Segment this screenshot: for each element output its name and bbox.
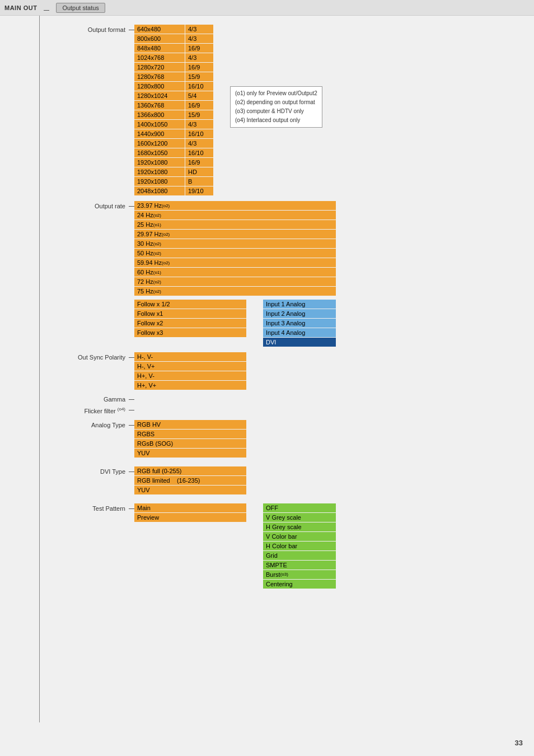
follow-x2[interactable]: Follow x2 <box>134 319 246 328</box>
analog-rgsb[interactable]: RGsB (SOG) <box>134 439 246 448</box>
rate-5994[interactable]: 59.94 Hz (o2) <box>134 258 336 267</box>
follow-x3[interactable]: Follow x3 <box>134 328 246 337</box>
follow-x1[interactable]: Follow x1 <box>134 309 246 318</box>
res-1440x900[interactable]: 1440x900 16/10 <box>134 129 213 138</box>
res-1280x720[interactable]: 1280x720 16/9 <box>134 63 213 72</box>
rate-2397[interactable]: 23.97 Hz (o2) <box>134 201 336 210</box>
output-format-options: 640x480 4/3 800x600 4/3 848x480 16/9 102… <box>134 25 213 195</box>
test-h-color-bar[interactable]: H Color bar <box>263 542 336 550</box>
res-1920x1080-b[interactable]: 1920x1080 B <box>134 177 213 186</box>
res-1600x1200[interactable]: 1600x1200 4/3 <box>134 139 213 148</box>
rate-72[interactable]: 72 Hz (o2) <box>134 277 336 286</box>
output-rate-label: Output rate <box>67 201 129 209</box>
sync-h-v-minus[interactable]: H-, V- <box>134 352 246 361</box>
dvi-rgb-limited[interactable]: RGB limited (16-235) <box>134 476 246 485</box>
dvi-yuv[interactable]: YUV <box>134 486 246 494</box>
res-1366x800[interactable]: 1366x800 15/9 <box>134 110 213 119</box>
test-preview[interactable]: Preview <box>134 513 246 522</box>
res-1280x768[interactable]: 1280x768 15/9 <box>134 72 213 81</box>
test-smpte[interactable]: SMPTE <box>263 561 336 570</box>
dvi-type-label: DVI Type <box>67 466 129 475</box>
dvi-type-options: RGB full (0-255) RGB limited (16-235) YU… <box>134 466 246 494</box>
input-3-analog[interactable]: Input 3 Analog <box>263 319 336 328</box>
res-1280x800[interactable]: 1280x800 16/10 <box>134 82 213 91</box>
note-2: (o2) depending on output format <box>235 98 317 107</box>
flicker-filter-section: Flicker filter (o4) <box>67 405 523 414</box>
test-pattern-section: Test Pattern Main Preview OFF V Grey sca… <box>67 503 523 589</box>
output-format-section: Output format 640x480 4/3 800x600 4/3 84… <box>67 25 523 195</box>
analog-yuv[interactable]: YUV <box>134 449 246 458</box>
input-1-analog[interactable]: Input 1 Analog <box>263 300 336 309</box>
gamma-connector <box>129 399 134 400</box>
sync-h-plus-v-plus[interactable]: H+, V+ <box>134 381 246 390</box>
output-rate-section: Output rate 23.97 Hz (o2) 24 Hz (o2) 25 … <box>67 201 523 347</box>
res-640x480[interactable]: 640x480 4/3 <box>134 25 213 34</box>
test-burst[interactable]: Burst (o3) <box>263 570 336 579</box>
test-main[interactable]: Main <box>134 503 246 512</box>
output-format-label: Output format <box>67 25 129 33</box>
test-v-color-bar[interactable]: V Color bar <box>263 532 336 541</box>
res-848x480[interactable]: 848x480 16/9 <box>134 44 213 53</box>
input-dvi[interactable]: DVI <box>263 338 336 347</box>
analog-type-label: Analog Type <box>67 420 129 428</box>
follow-with-inputs: Follow x 1/2 Follow x1 Follow x2 Follow … <box>134 300 336 347</box>
rate-75[interactable]: 75 Hz (o2) <box>134 287 336 296</box>
rate-50[interactable]: 50 Hz (o2) <box>134 249 336 258</box>
output-format-notes: (o1) only for Preview out/Output2 (o2) d… <box>230 86 322 128</box>
dvi-type-section: DVI Type RGB full (0-255) RGB limited (1… <box>67 466 523 494</box>
analog-input-options: Input 1 Analog Input 2 Analog Input 3 An… <box>263 300 336 347</box>
res-1360x768[interactable]: 1360x768 16/9 <box>134 101 213 110</box>
test-pattern-sub-options: OFF V Grey scale H Grey scale V Color ba… <box>263 503 336 589</box>
res-1400x1050[interactable]: 1400x1050 4/3 <box>134 120 213 129</box>
res-2048x1080[interactable]: 2048x1080 19/10 <box>134 186 213 195</box>
dvi-type-connector <box>129 472 134 472</box>
note-1: (o1) only for Preview out/Output2 <box>235 89 317 98</box>
test-v-grey-scale[interactable]: V Grey scale <box>263 513 336 522</box>
rate-24[interactable]: 24 Hz (o2) <box>134 211 336 220</box>
analog-rgbs[interactable]: RGBS <box>134 430 246 438</box>
res-1920x1080-169[interactable]: 1920x1080 16/9 <box>134 158 213 167</box>
rate-30[interactable]: 30 Hz (o2) <box>134 239 336 248</box>
flicker-connector <box>129 410 134 410</box>
test-pattern-label: Test Pattern <box>67 503 129 512</box>
analog-rgb-hv[interactable]: RGB HV <box>134 420 246 429</box>
out-sync-options: H-, V- H-, V+ H+, V- H+, V+ <box>134 352 246 390</box>
output-status-tab[interactable]: Output status <box>56 3 105 13</box>
input-2-analog[interactable]: Input 2 Analog <box>263 309 336 318</box>
follow-half[interactable]: Follow x 1/2 <box>134 300 246 309</box>
output-rate-connector <box>129 206 134 207</box>
test-pattern-connector <box>129 508 134 509</box>
top-connector <box>44 10 49 11</box>
page: MAIN OUT Output status Output format 640… <box>0 0 534 756</box>
test-h-grey-scale[interactable]: H Grey scale <box>263 522 336 531</box>
out-sync-polarity-label: Out Sync Polarity <box>67 352 129 361</box>
out-sync-polarity-section: Out Sync Polarity H-, V- H-, V+ H+, V- H… <box>67 352 523 390</box>
test-off[interactable]: OFF <box>263 503 336 512</box>
sync-h-minus-v-plus[interactable]: H-, V+ <box>134 362 246 371</box>
main-title: MAIN OUT <box>4 4 37 11</box>
page-number: 33 <box>515 739 523 747</box>
rate-2997[interactable]: 29.97 Hz (o2) <box>134 230 336 239</box>
input-4-analog[interactable]: Input 4 Analog <box>263 328 336 337</box>
output-format-connector <box>129 30 134 30</box>
res-1280x1024[interactable]: 1280x1024 5/4 <box>134 91 213 100</box>
res-1680x1050[interactable]: 1680x1050 16/10 <box>134 148 213 157</box>
gamma-section: Gamma <box>67 394 523 403</box>
out-sync-connector <box>129 357 134 358</box>
res-1024x768[interactable]: 1024x768 4/3 <box>134 53 213 62</box>
test-grid[interactable]: Grid <box>263 551 336 560</box>
main-content: Output format 640x480 4/3 800x600 4/3 84… <box>0 16 534 605</box>
analog-type-connector <box>129 425 134 426</box>
top-bar: MAIN OUT Output status <box>0 0 534 16</box>
rate-60[interactable]: 60 Hz (o1) <box>134 268 336 277</box>
res-1920x1080-hd[interactable]: 1920x1080 HD <box>134 167 213 176</box>
analog-type-options: RGB HV RGBS RGsB (SOG) YUV <box>134 420 246 458</box>
output-rate-options: 23.97 Hz (o2) 24 Hz (o2) 25 Hz (o1) 29.9… <box>134 201 336 347</box>
test-centering[interactable]: Centering <box>263 580 336 589</box>
flicker-filter-label: Flicker filter (o4) <box>67 405 129 414</box>
res-800x600[interactable]: 800x600 4/3 <box>134 34 213 43</box>
rate-25[interactable]: 25 Hz (o1) <box>134 220 336 229</box>
sync-h-plus-v-minus[interactable]: H+, V- <box>134 371 246 380</box>
dvi-rgb-full[interactable]: RGB full (0-255) <box>134 466 246 475</box>
note-4: (o4) Interlaced output only <box>235 116 317 125</box>
